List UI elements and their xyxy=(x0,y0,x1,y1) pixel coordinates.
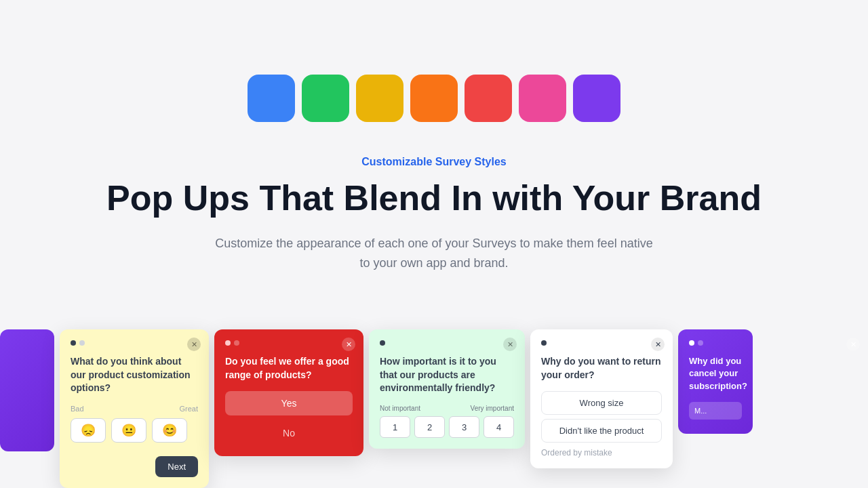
card-white-question: Why do you want to return your order? xyxy=(541,355,662,382)
ordered-by-mistake-label: Ordered by mistake xyxy=(541,448,662,458)
page-wrapper: Customizable Survey Styles Pop Ups That … xyxy=(0,0,868,488)
dot-active xyxy=(225,340,231,346)
swatch-orange[interactable] xyxy=(410,75,458,122)
option-didnt-like[interactable]: Didn't like the product xyxy=(541,419,662,443)
dot-active xyxy=(380,340,385,346)
not-important-label: Not important xyxy=(380,405,420,412)
dot-inactive xyxy=(79,340,85,346)
hero-label: Customizable Survey Styles xyxy=(27,156,841,168)
swatch-yellow[interactable] xyxy=(356,75,403,122)
no-button[interactable]: No xyxy=(225,421,353,445)
number-buttons: 1 2 3 4 xyxy=(380,416,514,438)
card-yellow: ✕ What do you think about our product cu… xyxy=(60,329,209,488)
emoji-happy[interactable]: 😊 xyxy=(152,418,187,443)
card-purple-question: Why did you cancel your subscription? xyxy=(689,355,742,392)
card-green-question: How important is it to you that our prod… xyxy=(380,355,514,395)
num-3[interactable]: 3 xyxy=(449,416,479,438)
card-purple-dots xyxy=(689,340,742,346)
emoji-sad[interactable]: 😞 xyxy=(71,418,106,443)
next-button[interactable]: Next xyxy=(155,456,198,477)
card-red-question: Do you feel we offer a good range of pro… xyxy=(225,355,353,382)
num-1[interactable]: 1 xyxy=(380,416,410,438)
card-yellow-question: What do you think about our product cust… xyxy=(71,355,198,395)
swatch-red[interactable] xyxy=(465,75,512,122)
card-leftmost xyxy=(0,329,54,451)
card-red-dots xyxy=(225,340,353,346)
importance-labels: Not important Very important xyxy=(380,405,514,412)
swatch-pink[interactable] xyxy=(519,75,566,122)
bad-great-row: Bad Great xyxy=(71,405,198,413)
emoji-options: 😞 😐 😊 xyxy=(71,418,198,443)
cards-row: ✕ What do you think about our product cu… xyxy=(0,329,868,488)
card-white: ✕ Why do you want to return your order? … xyxy=(530,329,673,468)
dot-inactive xyxy=(234,340,239,346)
dot-inactive xyxy=(698,340,703,346)
great-label: Great xyxy=(179,405,198,413)
card-yellow-dots xyxy=(71,340,198,346)
dot-active xyxy=(71,340,76,346)
num-2[interactable]: 2 xyxy=(414,416,445,438)
hero-title: Pop Ups That Blend In with Your Brand xyxy=(27,179,841,218)
card-yellow-close[interactable]: ✕ xyxy=(187,338,201,351)
purple-option-1[interactable]: M... xyxy=(689,402,742,420)
dot-active xyxy=(541,340,547,346)
card-purple: ✕ Why did you cancel your subscription? … xyxy=(678,329,753,434)
very-important-label: Very important xyxy=(471,405,514,412)
dot-active xyxy=(689,340,694,346)
yes-button[interactable]: Yes xyxy=(225,391,353,415)
bad-label: Bad xyxy=(71,405,84,413)
card-red: ✕ Do you feel we offer a good range of p… xyxy=(214,329,363,456)
card-green-close[interactable]: ✕ xyxy=(503,338,517,351)
num-4[interactable]: 4 xyxy=(484,416,514,438)
card-white-close[interactable]: ✕ xyxy=(651,338,665,351)
swatch-green[interactable] xyxy=(302,75,349,122)
card-red-close[interactable]: ✕ xyxy=(342,338,355,351)
swatch-blue[interactable] xyxy=(248,75,295,122)
card-white-dots xyxy=(541,340,662,346)
hero-subtitle: Customize the appearance of each one of … xyxy=(214,234,654,273)
card-green: ✕ How important is it to you that our pr… xyxy=(369,329,525,449)
emoji-neutral[interactable]: 😐 xyxy=(111,418,146,443)
swatch-purple[interactable] xyxy=(573,75,620,122)
swatches-row xyxy=(0,0,868,122)
card-green-dots xyxy=(380,340,514,346)
hero-section: Customizable Survey Styles Pop Ups That … xyxy=(0,156,868,273)
option-wrong-size[interactable]: Wrong size xyxy=(541,391,662,415)
